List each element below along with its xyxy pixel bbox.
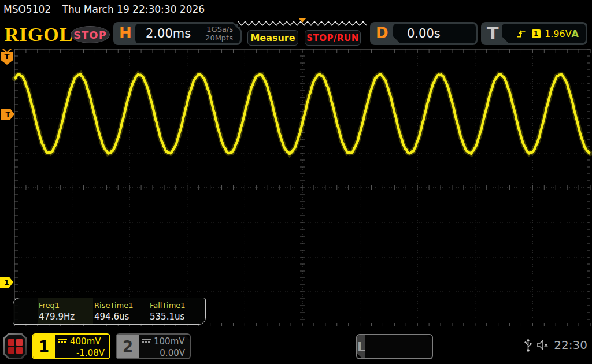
rising-edge-icon [517,29,526,38]
logic-channel-numbers: 0 1 2 3 4 5 6 7 8 9 10 11 12 13 14 15 [365,335,433,358]
channel1-values: 400mV -1.08V [55,335,109,358]
trigger-widget[interactable]: T 1 1.96V A [481,22,587,45]
header-bar: RIGOL STOP H 2.00ms 1GSa/s 20Mpts Measur… [0,19,592,48]
measurement-item[interactable]: Freq1 479.9Hz [38,298,93,324]
measurement-label: Freq1 [39,301,93,310]
delay-value: 0.00s [407,27,441,40]
channel2-offset: 0.00V [142,348,185,358]
measurement-value: 535.1us [150,311,204,322]
menu-grid-square [8,347,14,354]
menu-grid-square [16,347,23,354]
logic-row1: 0 1 2 3 4 5 6 7 [370,356,433,359]
datetime-text: Thu March 19 22:30:30 2026 [62,3,205,15]
trigger-source-badge: 1 [532,29,541,38]
measurement-label: RiseTime1 [94,301,149,310]
horizontal-widget[interactable]: H 2.00ms 1GSa/s 20Mpts [113,22,242,45]
channel2-widget[interactable]: 2 100mV 0.00V [116,333,191,359]
measurement-label: FallTime1 [150,301,204,310]
sweep-mode-indicator: A [572,28,579,39]
waveform-display-area[interactable]: T T 1 Freq1 479.9Hz RiseTime1 494.6us Fa… [0,49,592,326]
trigger-position-triangle-inner [4,49,10,52]
status-bar: MSO5102 Thu March 19 22:30:30 2026 [3,3,205,15]
channel1-number: 1 [33,335,55,358]
delay-label: D [376,24,388,42]
acquisition-state-badge: STOP [71,26,110,43]
memory-depth: 20Mpts [205,34,233,42]
measurement-item[interactable]: RiseTime1 494.6us [93,298,149,324]
usb-icon [524,337,532,352]
model-name: MSO5102 [3,3,51,15]
trigger-inner-panel: 1 1.96V A [502,24,586,43]
stop-run-button[interactable]: STOP/RUN [305,30,361,46]
logic-label: L [357,335,365,358]
menu-grid-square [16,339,23,346]
clock-text: 22:30 [554,338,587,352]
waveform-preview-bar[interactable] [238,18,368,27]
rigol-logo: RIGOL [5,24,73,46]
horizontal-inner-panel: 2.00ms 1GSa/s 20Mpts [135,24,240,43]
system-tray: 22:30 [524,337,587,352]
channel2-values: 100mV 0.00V [139,335,190,358]
sound-muted-icon [536,339,549,351]
scope-graticule-and-trace [0,49,592,326]
sample-rate-block: 1GSa/s 20Mpts [205,25,233,42]
main-menu-button[interactable] [3,333,27,359]
measurement-item[interactable]: FallTime1 535.1us [149,298,204,324]
footer-bar: 1 400mV -1.08V 2 100mV 0.00V L 0 1 2 3 4… [0,329,592,364]
menu-grid-icon [5,335,25,358]
menu-grid-square [8,339,14,346]
delay-inner-panel: 0.00s [393,24,476,43]
preview-trigger-position-icon[interactable] [298,18,306,23]
channel1-widget[interactable]: 1 400mV -1.08V [32,333,110,359]
dc-coupling-icon [58,339,67,344]
measurement-value: 494.6us [94,311,149,322]
sample-rate: 1GSa/s [205,25,233,34]
oscilloscope-screen: MSO5102 Thu March 19 22:30:30 2026 RIGOL… [0,0,592,364]
measurement-value: 479.9Hz [39,311,93,322]
trigger-label: T [487,23,498,43]
logic-channels-widget[interactable]: L 0 1 2 3 4 5 6 7 8 9 10 11 12 13 14 15 [356,334,433,359]
measurement-panel[interactable]: Freq1 479.9Hz RiseTime1 494.6us FallTime… [13,298,206,325]
trigger-level-value: 1.96V [545,28,572,39]
channel1-scale: 400mV [70,336,101,347]
timebase-value: 2.00ms [146,27,191,40]
horizontal-label: H [119,24,132,42]
delay-widget[interactable]: D 0.00s [370,22,478,45]
channel2-scale: 100mV [154,336,185,347]
channel1-offset: -1.08V [58,348,105,358]
measure-button[interactable]: Measure [247,30,298,46]
dc-coupling-icon [142,339,151,344]
channel2-number: 2 [117,335,139,358]
